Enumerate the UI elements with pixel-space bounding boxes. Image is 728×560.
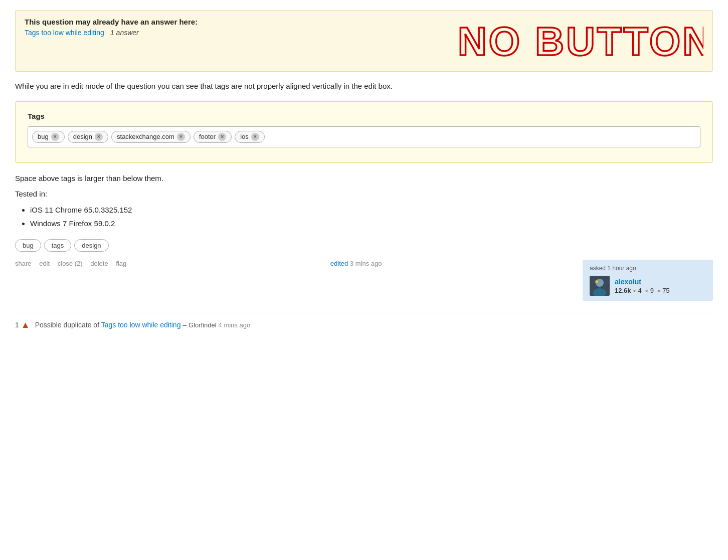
post-actions-left: share edit close (2) delete flag xyxy=(15,260,129,267)
duplicate-notice: This question may already have an answer… xyxy=(15,10,713,72)
duplicate-notice-title: This question may already have an answer… xyxy=(25,18,198,26)
comment-row: 1 ▲ Possible duplicate of Tags too low w… xyxy=(15,313,713,329)
avatar-image xyxy=(590,276,610,296)
tag-chip-footer-label: footer xyxy=(199,133,216,140)
tag-chip-design[interactable]: design × xyxy=(68,131,108,143)
silver-count: 9 xyxy=(650,287,654,294)
comment-text: Possible duplicate of Tags too low while… xyxy=(35,321,251,329)
post-tags: bug tags design xyxy=(15,239,713,252)
gold-count: 4 xyxy=(638,287,642,294)
comment-duplicate-link[interactable]: Tags too low while editing xyxy=(101,321,181,329)
comment-author: Glorfindel xyxy=(189,321,217,329)
avatar xyxy=(590,276,610,296)
comment-time: 4 mins ago xyxy=(219,321,251,329)
tag-chip-stackexchange-close[interactable]: × xyxy=(177,133,185,141)
post-actions-row: share edit close (2) delete flag edited … xyxy=(15,260,713,301)
tested-item-windows: Windows 7 Firefox 59.0.2 xyxy=(30,217,713,230)
tag-chip-stackexchange-label: stackexchange.com xyxy=(117,133,174,140)
bronze-count: 75 xyxy=(662,287,669,294)
silver-dot: ● xyxy=(645,288,648,293)
comment-separator: – xyxy=(183,321,187,329)
tested-list: iOS 11 Chrome 65.0.3325.152 Windows 7 Fi… xyxy=(15,203,713,230)
user-details: alexolut 12.6k ● 4 ● 9 ● 75 xyxy=(615,277,671,294)
duplicate-notice-content: This question may already have an answer… xyxy=(25,18,198,37)
post-tag-design[interactable]: design xyxy=(74,239,108,252)
comment-vote-count: 1 xyxy=(15,321,19,329)
share-link[interactable]: share xyxy=(15,260,32,267)
comment-upvote-button[interactable]: ▲ xyxy=(21,320,30,329)
tag-chip-design-label: design xyxy=(73,133,92,140)
tags-input-area[interactable]: bug × design × stackexchange.com × foote… xyxy=(28,126,700,147)
svg-point-4 xyxy=(595,280,598,283)
bronze-dot: ● xyxy=(657,288,660,293)
post-tag-bug[interactable]: bug xyxy=(15,239,41,252)
rep-score: 12.6k xyxy=(615,287,631,294)
sep3 xyxy=(86,260,88,267)
sep2 xyxy=(53,260,55,267)
asked-label: asked 1 hour ago xyxy=(590,265,706,272)
no-button-annotation-container: NO BUTTON xyxy=(453,18,703,64)
tag-chip-ios-close[interactable]: × xyxy=(251,133,259,141)
flag-link[interactable]: flag xyxy=(116,260,126,267)
user-info: alexolut 12.6k ● 4 ● 9 ● 75 xyxy=(590,276,706,296)
tags-demo-box: Tags bug × design × stackexchange.com × … xyxy=(15,101,713,163)
edit-link[interactable]: edit xyxy=(39,260,50,267)
tested-in-label: Tested in: xyxy=(15,190,713,198)
tag-chip-bug-close[interactable]: × xyxy=(51,133,59,141)
tag-chip-stackexchange[interactable]: stackexchange.com × xyxy=(111,131,191,143)
user-rep: 12.6k ● 4 ● 9 ● 75 xyxy=(615,287,671,294)
tag-chip-bug-label: bug xyxy=(38,133,49,140)
duplicate-link[interactable]: Tags too low while editing xyxy=(25,29,104,37)
tag-chip-ios-label: ios xyxy=(240,133,249,140)
edited-time: 3 mins ago xyxy=(350,260,382,267)
post-tag-tags[interactable]: tags xyxy=(44,239,72,252)
tag-chip-footer-close[interactable]: × xyxy=(218,133,226,141)
post-actions-right: asked 1 hour ago alexolut 12.6k ● 4 ● 9 xyxy=(583,260,713,301)
tag-chip-footer[interactable]: footer × xyxy=(194,131,232,143)
tags-demo-label: Tags xyxy=(28,112,700,120)
body-description: While you are in edit mode of the questi… xyxy=(15,81,713,92)
tag-chip-bug[interactable]: bug × xyxy=(32,131,65,143)
close-link[interactable]: close (2) xyxy=(58,260,83,267)
edited-link[interactable]: edited xyxy=(330,260,348,267)
post-actions-center: edited 3 mins ago xyxy=(330,260,382,267)
tested-item-ios: iOS 11 Chrome 65.0.3325.152 xyxy=(30,203,713,217)
gold-dot: ● xyxy=(633,288,636,293)
sep1 xyxy=(35,260,37,267)
comment-vote: 1 ▲ xyxy=(15,320,30,329)
duplicate-answers-count: 1 answer xyxy=(110,29,139,37)
delete-link[interactable]: delete xyxy=(90,260,108,267)
space-above-text: Space above tags is larger than below th… xyxy=(15,174,713,182)
no-button-svg: NO BUTTON xyxy=(453,18,703,63)
sep4 xyxy=(111,260,113,267)
svg-text:NO BUTTON: NO BUTTON xyxy=(458,19,703,63)
tag-chip-ios[interactable]: ios × xyxy=(235,131,265,143)
user-name-link[interactable]: alexolut xyxy=(615,278,641,286)
tag-chip-design-close[interactable]: × xyxy=(95,133,103,141)
comment-prefix: Possible duplicate of xyxy=(35,321,99,329)
